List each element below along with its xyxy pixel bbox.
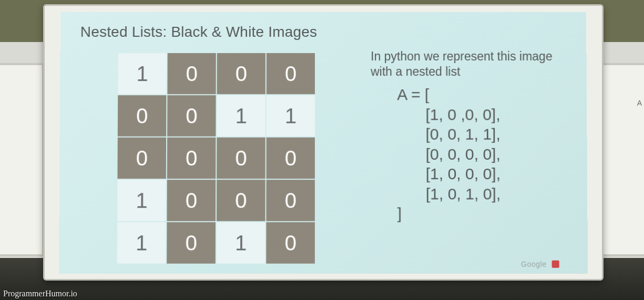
grid-cell: 1 bbox=[117, 222, 166, 264]
code-row: [0, 0, 1, 1], bbox=[426, 124, 500, 144]
grid-cell: 0 bbox=[118, 95, 167, 136]
code-row: [0, 0, 0, 0], bbox=[426, 144, 500, 164]
grid-cell: 0 bbox=[266, 180, 314, 221]
grid-cell: 1 bbox=[217, 222, 265, 264]
image-grid: 10000011000010001010 bbox=[117, 53, 315, 264]
grid-cell: 0 bbox=[167, 95, 216, 136]
footer-logo-text: Google bbox=[521, 260, 547, 268]
code-row: [1, 0, 0, 0], bbox=[426, 164, 500, 184]
slide-description: In python we represent this image with a… bbox=[371, 49, 571, 79]
grid-cell: 0 bbox=[267, 53, 315, 94]
grid-cell: 0 bbox=[217, 53, 265, 94]
grid-cell: 0 bbox=[167, 180, 216, 221]
projector-screen: Nested Lists: Black & White Images 10000… bbox=[43, 4, 604, 281]
grid-cell: 0 bbox=[167, 53, 216, 94]
slide: Nested Lists: Black & White Images 10000… bbox=[59, 12, 588, 274]
grid-cell: 0 bbox=[167, 138, 216, 179]
code-close: ] bbox=[397, 204, 501, 224]
grid-cell: 1 bbox=[267, 95, 315, 136]
slide-title: Nested Lists: Black & White Images bbox=[80, 24, 318, 40]
grid-cell: 0 bbox=[167, 222, 216, 264]
footer-badge-icon bbox=[552, 261, 559, 268]
slide-footer-logo: Google bbox=[521, 260, 559, 268]
grid-cell: 0 bbox=[266, 222, 315, 264]
code-row: [1, 0 ,0, 0], bbox=[425, 105, 500, 125]
code-row: [1, 0, 1, 0], bbox=[426, 184, 501, 204]
grid-cell: 1 bbox=[217, 95, 265, 136]
whiteboard-left bbox=[0, 63, 44, 256]
watermark: ProgrammerHumor.io bbox=[3, 289, 77, 298]
grid-cell: 0 bbox=[217, 138, 265, 179]
edge-text: A bbox=[637, 99, 642, 107]
code-open: A = [ bbox=[397, 85, 500, 105]
grid-cell: 0 bbox=[267, 138, 315, 179]
code-block: A = [ [1, 0 ,0, 0],[0, 0, 1, 1],[0, 0, 0… bbox=[397, 85, 500, 223]
whiteboard-right bbox=[600, 63, 644, 256]
grid-cell: 0 bbox=[117, 138, 166, 179]
grid-cell: 1 bbox=[118, 53, 166, 94]
grid-cell: 1 bbox=[117, 180, 166, 221]
grid-cell: 0 bbox=[217, 180, 265, 221]
